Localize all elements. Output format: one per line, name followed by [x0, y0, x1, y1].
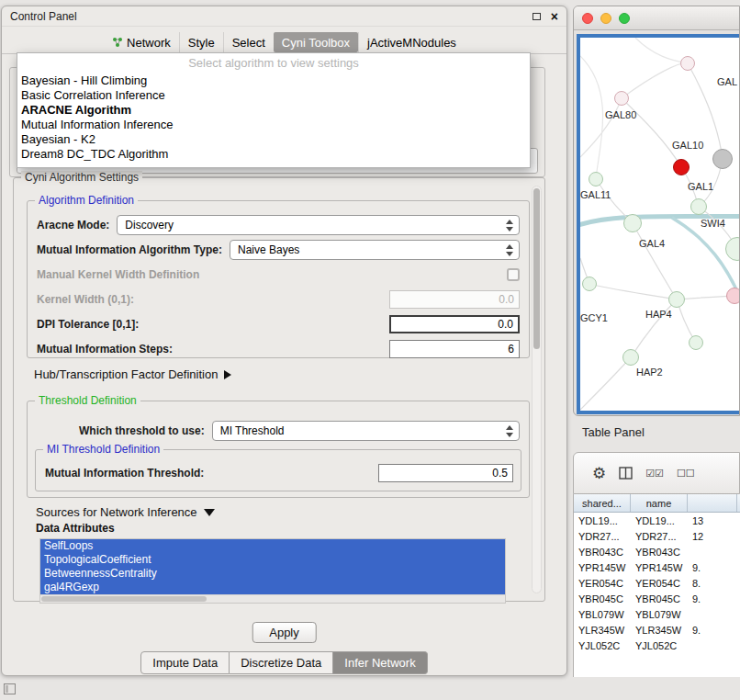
mi-steps-field[interactable]: [389, 340, 520, 358]
network-node[interactable]: [689, 335, 703, 350]
dropdown-item-aracne[interactable]: ARACNE Algorithm: [17, 103, 530, 118]
tab-jactivemnodules[interactable]: jActiveMNodules: [358, 32, 465, 52]
dpi-tolerance-field[interactable]: [389, 315, 520, 333]
tab-infer-network[interactable]: Infer Network: [333, 651, 427, 674]
cell: YBR043C: [631, 547, 688, 558]
node-table: shared... name YDL19...YDL19...13 YDR27.…: [573, 494, 740, 677]
dropdown-item-bayesian-k2[interactable]: Bayesian - K2: [17, 132, 530, 147]
vscrollbar-thumb[interactable]: [533, 188, 540, 349]
cell: YDR27...: [631, 531, 688, 542]
table-row[interactable]: YBR045CYBR045C9.: [574, 591, 740, 606]
cell: YBR043C: [574, 547, 631, 558]
close-icon[interactable]: ×: [551, 10, 558, 23]
node-gal4[interactable]: [623, 214, 642, 232]
minimize-traffic-icon[interactable]: [600, 13, 611, 24]
float-window-icon[interactable]: [533, 13, 541, 20]
node-gal11[interactable]: [589, 172, 603, 186]
node-label: GAL: [717, 76, 737, 87]
dropdown-item-bayesian-hill-climbing[interactable]: Bayesian - Hill Climbing: [17, 73, 530, 88]
table-row[interactable]: YPR145WYPR145W9.: [574, 559, 740, 575]
cell: YJL052C: [574, 640, 631, 651]
dropdown-item-mutual-information[interactable]: Mutual Information Inference: [17, 118, 530, 132]
column-header-shared[interactable]: shared...: [574, 494, 631, 512]
tab-style[interactable]: Style: [179, 32, 223, 52]
docked-panel-icon[interactable]: [4, 683, 16, 694]
manual-kernel-checkbox[interactable]: [507, 268, 520, 281]
cell: YJL052C: [631, 640, 688, 651]
desktop: Control Panel × Network Style Select Cyn…: [0, 0, 740, 700]
tab-select[interactable]: Select: [223, 32, 274, 52]
cell: YLR345W: [631, 625, 688, 636]
sources-expander[interactable]: Sources for Network Inference: [36, 505, 215, 519]
expand-down-icon: [204, 509, 215, 516]
network-window-titlebar: [574, 6, 739, 30]
cell: 13: [688, 515, 737, 526]
mi-threshold-definition-group: MI Threshold Definition Mutual Informati…: [35, 449, 521, 491]
attribute-item-gal4rgexp[interactable]: gal4RGexp: [40, 581, 505, 594]
apply-button[interactable]: Apply: [252, 622, 317, 643]
data-attributes-list: SelfLoops TopologicalCoefficient Between…: [39, 538, 506, 604]
hub-definition-expander[interactable]: Hub/Transcription Factor Definition: [34, 367, 231, 381]
table-panel: Table Panel ⚙ ☑☑ ☐☐ shared... name YDL19…: [573, 419, 740, 677]
dropdown-item-dream8[interactable]: Dream8 DC_TDC Algorithm: [17, 147, 530, 162]
node-gcy1[interactable]: [582, 277, 597, 291]
gear-icon[interactable]: ⚙: [592, 466, 606, 481]
table-row[interactable]: YDL19...YDL19...13: [574, 513, 740, 528]
attributes-hscrollbar[interactable]: [40, 594, 505, 603]
network-node[interactable]: [680, 56, 695, 71]
aracne-mode-select[interactable]: Discovery: [117, 215, 520, 235]
table-row[interactable]: YER054CYER054C8.: [574, 575, 740, 591]
tab-network[interactable]: Network: [104, 32, 179, 52]
hscrollbar-thumb[interactable]: [41, 596, 207, 602]
column-header-cut[interactable]: [688, 494, 737, 512]
settings-group-title: Cyni Algorithm Settings: [21, 171, 142, 184]
close-traffic-icon[interactable]: [582, 13, 593, 24]
cell: YER054C: [574, 578, 631, 589]
zoom-traffic-icon[interactable]: [619, 13, 630, 24]
node-hap2[interactable]: [622, 349, 639, 366]
node-label: GAL11: [580, 189, 611, 200]
dropdown-item-basic-correlation[interactable]: Basic Correlation Inference: [17, 88, 530, 103]
cell: 9.: [688, 562, 737, 573]
cell: 8.: [688, 578, 737, 589]
table-row[interactable]: YLR345WYLR345W9.: [574, 622, 740, 638]
attribute-item-betweennesscentrality[interactable]: BetweennessCentrality: [40, 567, 505, 581]
network-canvas[interactable]: GAL GAL80 GAL10 GAL11 GAL1 SWI4 GAL4 GCY…: [577, 34, 740, 414]
cell: YDR27...: [574, 531, 631, 542]
table-row[interactable]: YJL052CYJL052C: [574, 638, 740, 653]
columns-icon[interactable]: [619, 467, 633, 480]
mi-threshold-label: Mutual Information Threshold:: [45, 467, 204, 480]
node-label: GAL4: [639, 238, 665, 249]
select-all-checks-icon[interactable]: ☑☑: [645, 468, 664, 480]
table-row[interactable]: YBR043CYBR043C: [574, 544, 740, 559]
which-threshold-label: Which threshold to use:: [79, 424, 205, 437]
manual-kernel-label: Manual Kernel Width Definition: [37, 268, 199, 281]
node-gal1[interactable]: [690, 198, 707, 215]
node-hap4[interactable]: [668, 291, 685, 308]
mi-threshold-field[interactable]: [378, 464, 513, 482]
attribute-item-selfloops[interactable]: SelfLoops: [40, 539, 505, 553]
cell: YBR045C: [574, 593, 631, 604]
mi-type-label: Mutual Information Algorithm Type:: [37, 243, 222, 256]
tab-cyni-toolbox[interactable]: Cyni Toolbox: [274, 32, 358, 52]
which-threshold-select[interactable]: MI Threshold: [212, 421, 520, 441]
node-gal10[interactable]: [673, 159, 690, 175]
attribute-item-topologicalcoefficient[interactable]: TopologicalCoefficient: [40, 553, 505, 567]
deselect-all-checks-icon[interactable]: ☐☐: [677, 468, 695, 480]
node-gray[interactable]: [712, 149, 733, 169]
mi-type-select[interactable]: Naive Bayes: [230, 240, 520, 260]
tab-impute-data[interactable]: Impute Data: [140, 651, 230, 674]
network-node[interactable]: [726, 288, 740, 304]
settings-vscrollbar[interactable]: [532, 186, 542, 593]
algorithm-definition-group: Algorithm Definition Aracne Mode: Discov…: [27, 200, 530, 358]
tab-discretize-data[interactable]: Discretize Data: [230, 651, 333, 674]
cell: YPR145W: [574, 562, 631, 573]
algorithm-definition-title: Algorithm Definition: [35, 194, 138, 207]
column-header-name[interactable]: name: [631, 494, 688, 512]
node-gal80[interactable]: [614, 91, 629, 106]
table-row[interactable]: YDR27...YDR27...12: [574, 528, 740, 544]
node-label: GCY1: [580, 312, 608, 323]
threshold-definition-title: Threshold Definition: [35, 394, 140, 407]
kernel-width-field[interactable]: [389, 290, 520, 309]
table-row[interactable]: YBL079WYBL079W: [574, 606, 740, 622]
